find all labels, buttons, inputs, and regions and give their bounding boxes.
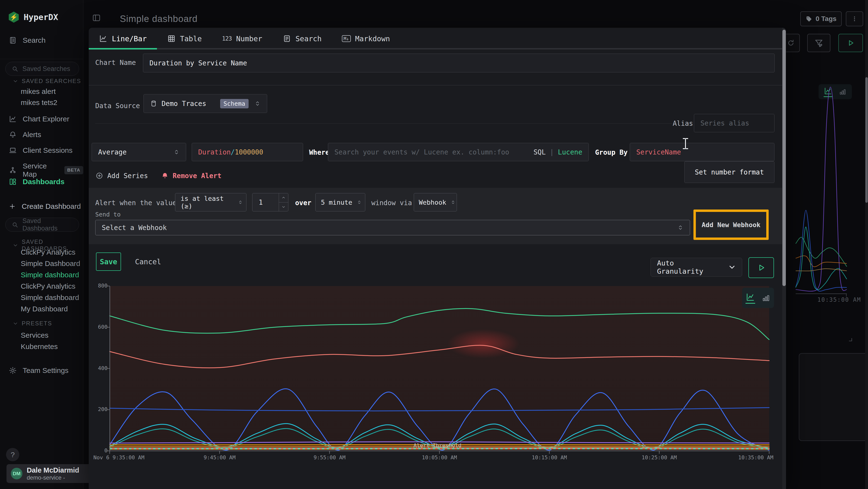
markdown-icon: M↓ <box>342 35 351 42</box>
sidebar-item-chart-explorer[interactable]: Chart Explorer <box>9 115 69 123</box>
app-root: Simple dashboard 0 Tags 10:35:00 AM ⚡ Hy… <box>0 0 868 489</box>
sidebar-item-client-sessions[interactable]: Client Sessions <box>9 146 72 154</box>
window-select[interactable]: 5 minute <box>315 193 365 211</box>
sidebar-item-team-settings[interactable]: Team Settings <box>9 366 68 375</box>
remove-alert-button[interactable]: Remove Alert <box>161 169 221 182</box>
sidebar-item-dashboards[interactable]: Dashboards <box>9 178 64 186</box>
lucene-mode-link[interactable]: Lucene <box>558 148 582 156</box>
expr-operator: / <box>231 148 235 156</box>
add-series-button[interactable]: Add Series <box>95 169 148 182</box>
tab-table[interactable]: Table <box>157 28 212 50</box>
refresh-icon <box>787 39 795 47</box>
saved-dashboard-item[interactable]: Simple dashboard <box>21 271 79 279</box>
chart-type-toggle[interactable] <box>742 288 774 308</box>
resize-handle-icon[interactable] <box>847 336 853 342</box>
data-source-select[interactable]: Demo Traces Schema <box>144 94 267 113</box>
search-icon <box>11 221 19 228</box>
chart-name-input[interactable]: Duration by Service Name <box>143 54 775 73</box>
saved-search-item[interactable]: mikes alert <box>21 87 56 95</box>
line-chart-icon[interactable] <box>745 292 755 304</box>
run-query-button[interactable] <box>838 34 863 52</box>
saved-dashboards-input[interactable]: Saved Dashboards <box>5 218 79 232</box>
saved-dashboard-item[interactable]: My Dashboard <box>21 305 68 313</box>
select-chevrons-icon <box>451 198 456 206</box>
x-tick-label: 9:55:00 AM <box>313 455 345 461</box>
section-label: SAVED SEARCHES <box>22 78 81 84</box>
cancel-button[interactable]: Cancel <box>135 258 161 266</box>
chevron-down-icon <box>728 264 736 271</box>
events-search-input[interactable]: Search your events w/ Lucene ex. column:… <box>328 143 589 161</box>
saved-searches-input[interactable]: Saved Searches <box>5 62 79 76</box>
saved-dashboard-item[interactable]: Simple Dashboard <box>21 259 80 268</box>
saved-searches-section[interactable]: SAVED SEARCHES <box>12 78 81 84</box>
sidebar-collapse-button[interactable] <box>91 12 102 23</box>
create-dashboard-button[interactable]: Create Dashboard <box>9 202 81 210</box>
x-tick-label: 10:25:00 AM <box>642 455 677 461</box>
saved-dashboard-item[interactable]: Simple dashboard <box>21 293 79 302</box>
alias-input[interactable]: Series alias <box>694 114 774 132</box>
add-series-label: Add Series <box>107 172 148 180</box>
x-tick-label: 9:45:00 AM <box>204 455 236 461</box>
tags-button[interactable]: 0 Tags <box>800 11 842 26</box>
sidebar-item-label: Service Map <box>23 162 59 178</box>
select-chevrons-icon <box>254 99 261 108</box>
mode-divider: | <box>550 148 554 156</box>
alert-threshold-label: Alert Threshold <box>413 442 462 449</box>
preset-item[interactable]: Services <box>21 331 49 339</box>
granularity-value: Auto Granularity <box>657 259 724 276</box>
filter-button[interactable] <box>807 34 830 52</box>
sidebar-item-search[interactable]: Search <box>9 36 45 45</box>
play-icon <box>846 39 855 47</box>
preset-item[interactable]: Kubernetes <box>21 343 58 351</box>
y-tick-label: 200 <box>91 406 107 412</box>
channel-select[interactable]: Webhook <box>414 193 457 211</box>
saved-search-item[interactable]: mikes tets2 <box>21 98 57 107</box>
line-chart <box>110 286 769 451</box>
help-button[interactable]: ? <box>6 448 19 461</box>
save-button[interactable]: Save <box>96 253 121 271</box>
sidebar-item-alerts[interactable]: Alerts <box>9 131 41 139</box>
webhook-select[interactable]: Select a Webhook <box>95 220 690 235</box>
chevron-up-icon <box>281 196 286 200</box>
number-spinner[interactable] <box>279 193 288 211</box>
tab-search[interactable]: Search <box>273 28 332 50</box>
aggregation-select[interactable]: Average <box>92 143 186 161</box>
page-scrollbar[interactable] <box>865 0 868 489</box>
modal-scrollbar[interactable] <box>782 28 786 489</box>
y-tick-label: 800 <box>91 283 107 289</box>
data-source-label: Data Source <box>95 102 140 110</box>
tab-line-bar[interactable]: Line/Bar <box>89 28 157 50</box>
saved-dashboard-item[interactable]: ClickPy Analytics <box>21 248 75 256</box>
where-label: Where <box>309 148 329 156</box>
alert-prefix: Alert when the value <box>95 199 177 207</box>
gear-icon <box>9 366 17 375</box>
group-by-input[interactable]: ServiceName <box>630 143 774 161</box>
tab-number[interactable]: 123Number <box>212 28 273 50</box>
kebab-menu-icon <box>851 16 858 22</box>
send-to-label: Send to <box>95 211 121 218</box>
presets-section[interactable]: PRESETS <box>12 320 52 327</box>
field-expression-input[interactable]: Duration/1000000 <box>192 143 303 161</box>
threshold-number-input[interactable]: 1 <box>252 193 288 211</box>
select-chevrons-icon <box>173 148 180 156</box>
chevron-down-icon <box>12 78 18 84</box>
preview-run-button[interactable] <box>748 257 774 278</box>
laptop-icon <box>9 146 17 154</box>
granularity-select[interactable]: Auto Granularity <box>651 258 742 277</box>
saved-dashboard-item[interactable]: ClickPy Analytics <box>21 282 75 290</box>
brand-logo[interactable]: ⚡ HyperDX <box>8 11 58 23</box>
add-new-webhook-button[interactable]: Add New Webhook <box>693 209 769 240</box>
tab-markdown[interactable]: M↓Markdown <box>332 28 400 50</box>
chevron-down-icon <box>12 242 18 248</box>
bar-chart-icon[interactable] <box>762 293 771 303</box>
set-number-format-button[interactable]: Set number format <box>684 161 774 183</box>
bg-chart-time-label: 10:35:00 AM <box>817 296 861 303</box>
preview-chart <box>110 286 769 451</box>
sql-mode-link[interactable]: SQL <box>534 148 546 156</box>
search-placeholder: Search your events w/ Lucene ex. column:… <box>334 148 509 156</box>
expr-field: Duration <box>198 148 231 156</box>
sidebar-item-service-map[interactable]: Service MapBETA <box>9 162 83 178</box>
tab-label: Markdown <box>355 34 390 43</box>
comparator-select[interactable]: is at least (≥) <box>175 193 246 211</box>
more-menu-button[interactable] <box>846 11 863 26</box>
